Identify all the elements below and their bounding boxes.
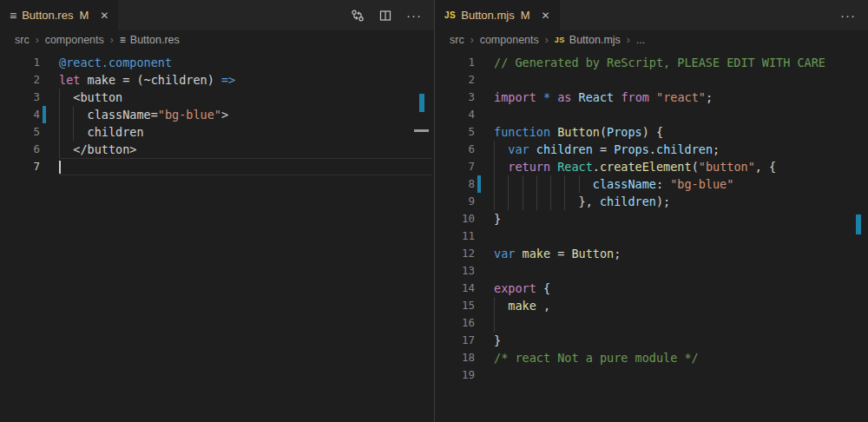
code-line[interactable]: 12var make = Button;	[435, 245, 868, 262]
code-line[interactable]: 1// Generated by ReScript, PLEASE EDIT W…	[435, 54, 868, 71]
line-number: 10	[435, 210, 475, 227]
gutter-lane	[43, 71, 46, 89]
breadcrumb-item-src[interactable]: src	[450, 34, 464, 46]
gutter-lane	[477, 54, 481, 71]
code-text: className="bg-blue">	[59, 106, 431, 123]
code-text: @react.component	[59, 54, 431, 71]
code-text	[494, 366, 865, 384]
tab-strip-left: ≡ Button.res M ✕ ···	[0, 0, 434, 30]
gutter-lane	[477, 332, 481, 349]
indent-guide	[550, 193, 551, 210]
code-line[interactable]: 17}	[435, 332, 868, 349]
line-number: 8	[435, 175, 475, 193]
code-text	[494, 227, 865, 245]
gutter-lane	[477, 349, 481, 366]
code-line[interactable]: 5 children	[0, 123, 434, 141]
tab-button-mjs[interactable]: JS Button.mjs M ✕	[435, 0, 560, 30]
line-number: 12	[435, 245, 475, 262]
line-number: 3	[435, 89, 475, 106]
code-line[interactable]: 8 className: "bg-blue"	[435, 175, 868, 193]
tab-title: Button.res	[22, 9, 73, 22]
tab-strip-right: JS Button.mjs M ✕ ···	[435, 0, 868, 30]
breadcrumb-left: src › components › ≡ Button.res	[0, 30, 434, 49]
line-number: 1	[435, 54, 475, 71]
code-line[interactable]: 16	[435, 314, 868, 332]
gutter-lane	[477, 71, 481, 89]
breadcrumb-item-components[interactable]: components	[45, 34, 104, 46]
indent-guide	[59, 106, 60, 123]
code-line[interactable]: 11	[435, 227, 868, 245]
indent-guide	[536, 193, 537, 210]
line-number: 19	[435, 366, 475, 384]
code-line[interactable]: 19	[435, 366, 868, 384]
gutter-lane	[477, 193, 481, 210]
code-text: }	[494, 332, 865, 349]
code-text: }	[494, 210, 865, 227]
code-line[interactable]: 4	[435, 106, 868, 123]
editor-group-right: JS Button.mjs M ✕ ··· src › components ›…	[434, 0, 868, 422]
line-number: 15	[435, 297, 475, 314]
gutter-lane	[43, 89, 46, 106]
code-line[interactable]: 1@react.component	[0, 54, 434, 71]
code-line[interactable]: 2let make = (~children) =>	[0, 71, 434, 89]
code-text: }, children);	[494, 193, 865, 210]
line-number: 9	[435, 193, 475, 210]
tab-button-res[interactable]: ≡ Button.res M ✕	[0, 0, 118, 30]
gutter-modified-indicator	[43, 106, 46, 123]
code-line[interactable]: 6 </button>	[0, 141, 434, 158]
code-line[interactable]: 4 className="bg-blue">	[0, 106, 434, 123]
indent-guide	[564, 175, 565, 193]
code-line[interactable]: 7	[0, 158, 434, 175]
more-actions-icon[interactable]: ···	[406, 8, 422, 23]
split-editor-icon[interactable]	[378, 9, 392, 23]
indent-guide	[73, 123, 74, 141]
code-text	[494, 106, 865, 123]
code-text: className: "bg-blue"	[494, 175, 865, 193]
breadcrumb-right: src › components › JS Button.mjs › ...	[435, 30, 868, 49]
code-line[interactable]: 18/* react Not a pure module */	[435, 349, 868, 366]
code-line[interactable]: 10}	[435, 210, 868, 227]
breadcrumb-item-more[interactable]: ...	[636, 34, 645, 46]
line-number: 3	[0, 89, 40, 106]
git-modified-badge: M	[521, 9, 530, 22]
code-line[interactable]: 9 }, children);	[435, 193, 868, 210]
code-editor-button-res[interactable]: 1@react.component2let make = (~children)…	[0, 49, 434, 422]
gutter-lane	[477, 280, 481, 297]
code-text: function Button(Props) {	[494, 123, 865, 141]
code-text: return React.createElement("button", {	[494, 158, 865, 175]
chevron-right-icon: ›	[470, 34, 474, 46]
gutter-lane	[43, 123, 46, 141]
code-line[interactable]: 3 <button	[0, 89, 434, 106]
code-text	[494, 314, 865, 332]
code-text	[494, 71, 865, 89]
code-line[interactable]: 7 return React.createElement("button", {	[435, 158, 868, 175]
code-line[interactable]: 13	[435, 262, 868, 280]
indent-guide	[494, 175, 495, 193]
indent-guide	[508, 193, 509, 210]
breadcrumb-item-file[interactable]: ≡ Button.res	[120, 34, 180, 46]
code-editor-button-mjs[interactable]: 1// Generated by ReScript, PLEASE EDIT W…	[435, 49, 868, 422]
indent-guide	[73, 106, 74, 123]
code-line[interactable]: 3import * as React from "react";	[435, 89, 868, 106]
code-text: import * as React from "react";	[494, 89, 865, 106]
code-line[interactable]: 15 make ,	[435, 297, 868, 314]
code-line[interactable]: 14export {	[435, 280, 868, 297]
indent-guide	[550, 175, 551, 193]
indent-guide	[579, 175, 580, 193]
close-tab-icon[interactable]: ✕	[100, 10, 108, 22]
open-changes-icon[interactable]	[351, 9, 365, 23]
indent-guide	[494, 193, 495, 210]
line-number: 7	[0, 158, 40, 175]
breadcrumb-item-components[interactable]: components	[480, 34, 539, 46]
code-text: var make = Button;	[494, 245, 865, 262]
breadcrumb-item-src[interactable]: src	[15, 34, 30, 46]
code-line[interactable]: 6 var children = Props.children;	[435, 141, 868, 158]
code-line[interactable]: 5function Button(Props) {	[435, 123, 868, 141]
gutter-lane	[43, 54, 46, 71]
more-actions-icon[interactable]: ···	[840, 8, 856, 23]
breadcrumb-item-file[interactable]: JS Button.mjs	[555, 34, 621, 46]
line-number: 14	[435, 280, 475, 297]
code-text: make ,	[494, 297, 865, 314]
close-tab-icon[interactable]: ✕	[542, 10, 550, 22]
code-line[interactable]: 2	[435, 71, 868, 89]
